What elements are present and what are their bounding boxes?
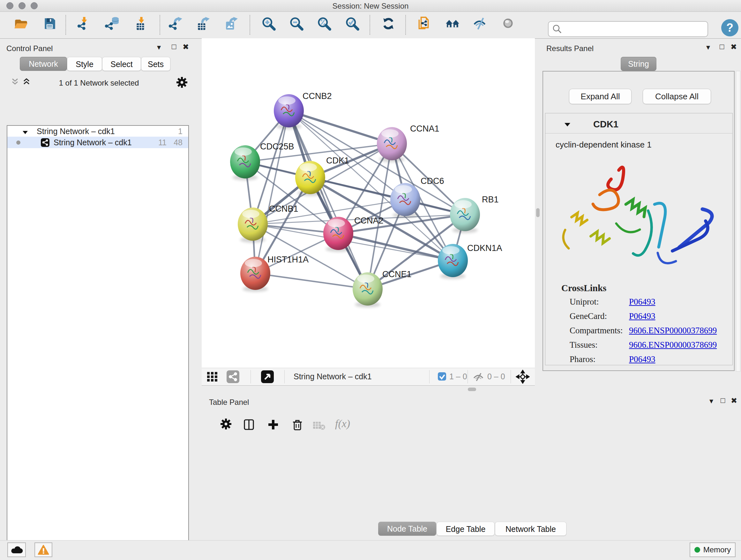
crosslink-value-link[interactable]: 9606.ENSP00000378699 bbox=[629, 340, 717, 350]
crosslink-row: Compartments: 9606.ENSP00000378699 bbox=[569, 326, 723, 335]
node-CDKN1A[interactable]: CDKN1A bbox=[438, 243, 502, 279]
horizontal-splitter-handle[interactable] bbox=[468, 388, 476, 391]
node-label-RB1: RB1 bbox=[482, 195, 499, 204]
tab-sets[interactable]: Sets bbox=[141, 57, 171, 71]
fit-content-crosshair-icon[interactable] bbox=[516, 370, 530, 385]
cloud-icon bbox=[10, 545, 23, 554]
share-document-button[interactable] bbox=[416, 16, 433, 34]
memory-button[interactable]: Memory bbox=[690, 543, 736, 557]
crosslink-label: Compartments: bbox=[569, 326, 623, 335]
tab-network-table[interactable]: Network Table bbox=[495, 522, 566, 536]
edge-CCNB2-CCNA1[interactable] bbox=[289, 111, 392, 144]
table-panel-menu-icon[interactable]: ▾ bbox=[710, 397, 713, 405]
expand-all-button[interactable]: Expand All bbox=[569, 89, 631, 104]
network-canvas[interactable]: CCNB2 CCNA1 CDC25B CDK1 CDC6 R bbox=[202, 38, 535, 368]
search-input[interactable] bbox=[562, 24, 708, 34]
import-network-file-button[interactable] bbox=[77, 16, 94, 34]
warnings-button[interactable] bbox=[35, 543, 52, 557]
selected-checkbox-icon[interactable] bbox=[438, 372, 447, 382]
zoom-fit-button[interactable] bbox=[317, 16, 334, 34]
collapse-all-button[interactable]: Collapse All bbox=[643, 89, 711, 104]
crosslink-value-link[interactable]: 9606.ENSP00000378699 bbox=[629, 326, 717, 335]
crosslink-value-link[interactable]: P06493 bbox=[629, 354, 656, 364]
protein-description: cyclin-dependent kinase 1 bbox=[556, 140, 652, 150]
node-CCNA1[interactable]: CCNA1 bbox=[377, 124, 440, 162]
node-CCNE1[interactable]: CCNE1 bbox=[353, 269, 412, 307]
crosslink-label: Uniprot: bbox=[569, 297, 599, 307]
tab-node-table[interactable]: Node Table bbox=[378, 522, 436, 536]
grid-view-icon[interactable] bbox=[207, 371, 218, 383]
section-expander-icon[interactable] bbox=[564, 122, 571, 129]
expand-all-tree-icon[interactable] bbox=[22, 78, 30, 87]
edge-HIST1H1A-CCNE1[interactable] bbox=[255, 273, 367, 289]
zoom-in-button[interactable] bbox=[262, 16, 278, 34]
zoom-out-button[interactable] bbox=[289, 16, 306, 34]
crosslink-row: GeneCard: P06493 bbox=[569, 311, 723, 321]
collapse-all-tree-icon[interactable] bbox=[11, 78, 19, 87]
table-panel-float-icon[interactable]: □ bbox=[721, 396, 725, 404]
delete-column-trash-icon[interactable] bbox=[291, 418, 304, 432]
import-table-icon bbox=[134, 16, 149, 31]
import-network-database-button[interactable] bbox=[105, 16, 121, 34]
search-icon bbox=[552, 23, 562, 35]
export-network-button[interactable] bbox=[169, 16, 185, 34]
control-panel-menu-icon[interactable]: ▾ bbox=[157, 44, 161, 51]
control-panel-close-icon[interactable]: ✖ bbox=[183, 43, 189, 51]
results-panel-close-icon[interactable]: ✖ bbox=[731, 43, 737, 51]
save-session-button[interactable] bbox=[42, 16, 59, 34]
tree-collection-label: String Network – cdk1 bbox=[37, 126, 115, 137]
open-session-button[interactable] bbox=[13, 16, 30, 34]
gear-icon[interactable] bbox=[176, 77, 188, 89]
control-panel-float-icon[interactable]: □ bbox=[172, 43, 177, 51]
tab-string[interactable]: String bbox=[621, 57, 657, 71]
results-panel-float-icon[interactable]: □ bbox=[720, 43, 724, 51]
results-panel-menu-icon[interactable]: ▾ bbox=[706, 44, 710, 51]
node-label-CDC6: CDC6 bbox=[421, 176, 444, 186]
home-networks-button[interactable] bbox=[446, 16, 462, 34]
tab-edge-table[interactable]: Edge Table bbox=[436, 522, 495, 536]
window-titlebar: Session: New Session bbox=[0, 0, 741, 12]
tab-style[interactable]: Style bbox=[67, 57, 102, 71]
hide-unhide-button[interactable] bbox=[473, 16, 489, 34]
tab-network[interactable]: Network bbox=[20, 57, 67, 71]
import-table-button[interactable] bbox=[134, 16, 151, 34]
export-network-icon bbox=[169, 16, 183, 31]
results-scrollbar[interactable] bbox=[736, 71, 740, 372]
table-columns-icon[interactable] bbox=[244, 419, 255, 432]
table-panel-close-icon[interactable]: ✖ bbox=[731, 397, 737, 405]
vertical-splitter-handle[interactable] bbox=[536, 208, 540, 217]
crosslinks-title: CrossLinks bbox=[561, 283, 606, 294]
export-table-button[interactable] bbox=[196, 16, 212, 34]
control-panel: Control Panel ▾ □ ✖ NetworkStyleSelectSe… bbox=[0, 38, 201, 540]
zoom-out-icon bbox=[289, 16, 304, 31]
crosslink-label: Tissues: bbox=[569, 340, 598, 350]
crosslink-value-link[interactable]: P06493 bbox=[629, 297, 656, 307]
birdseye-view-icon[interactable] bbox=[261, 370, 274, 383]
birdseye-toggle-button[interactable] bbox=[501, 16, 518, 34]
cloud-button[interactable] bbox=[7, 543, 26, 557]
hidden-nodes-edges-count: 0 – 0 bbox=[487, 372, 505, 381]
help-button[interactable]: ? bbox=[721, 19, 738, 37]
zoom-selected-button[interactable] bbox=[345, 16, 362, 34]
node-RB1[interactable]: RB1 bbox=[450, 195, 499, 233]
toolbar-separator bbox=[405, 15, 406, 35]
tree-row-collection[interactable]: String Network – cdk1 1 bbox=[7, 126, 188, 137]
zoom-selected-icon bbox=[345, 16, 360, 31]
node-HIST1H1A[interactable]: HIST1H1A bbox=[240, 255, 309, 292]
table-gear-icon[interactable] bbox=[220, 418, 233, 432]
tree-expander-icon[interactable] bbox=[22, 127, 28, 138]
crosslink-value-link[interactable]: P06493 bbox=[629, 311, 656, 321]
status-bar: Memory bbox=[0, 540, 741, 560]
add-column-icon[interactable] bbox=[267, 419, 279, 432]
node-label-CDKN1A: CDKN1A bbox=[467, 243, 502, 253]
search-box[interactable] bbox=[548, 21, 708, 37]
tab-select[interactable]: Select bbox=[102, 57, 141, 71]
refresh-button[interactable] bbox=[381, 16, 398, 34]
network-share-view-icon[interactable] bbox=[226, 370, 239, 383]
node-CDK1[interactable]: CDK1 bbox=[295, 156, 349, 196]
export-image-button[interactable] bbox=[224, 16, 241, 34]
node-label-CCNB2: CCNB2 bbox=[302, 91, 332, 101]
tree-row-network[interactable]: String Network – cdk1 11 48 bbox=[7, 137, 188, 148]
function-builder-icon: f(x) bbox=[335, 418, 350, 430]
crosslink-row: Pharos: P06493 bbox=[569, 354, 723, 364]
